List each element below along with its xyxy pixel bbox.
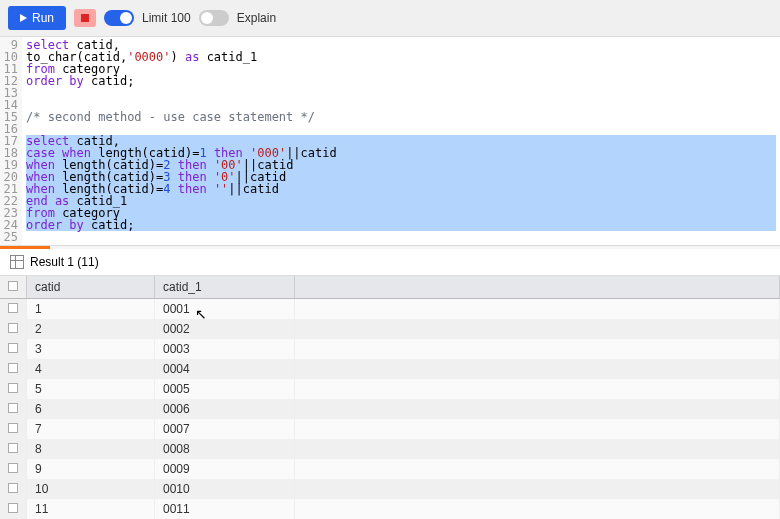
row-checkbox-cell[interactable] (0, 399, 27, 419)
checkbox-icon (8, 403, 18, 413)
row-checkbox-cell[interactable] (0, 319, 27, 339)
cell-catid: 8 (27, 439, 155, 459)
table-row[interactable]: 20002 (0, 319, 780, 339)
code-line[interactable]: from category (26, 63, 776, 75)
table-icon (10, 255, 24, 269)
row-checkbox-cell[interactable] (0, 359, 27, 379)
cell-catid: 2 (27, 319, 155, 339)
cell-empty (295, 299, 780, 320)
cell-empty (295, 459, 780, 479)
cell-empty (295, 399, 780, 419)
table-row[interactable]: 110011 (0, 499, 780, 519)
cell-catid: 9 (27, 459, 155, 479)
row-checkbox-cell[interactable] (0, 419, 27, 439)
cell-catid: 7 (27, 419, 155, 439)
code-line[interactable]: when length(catid)=4 then ''||catid (26, 183, 776, 195)
cell-catid1: 0004 (155, 359, 295, 379)
cell-empty (295, 319, 780, 339)
cell-catid1: 0008 (155, 439, 295, 459)
code-line[interactable]: end as catid_1 (26, 195, 776, 207)
code-line[interactable] (26, 231, 776, 243)
table-header-row: catid catid_1 (0, 276, 780, 299)
checkbox-icon (8, 303, 18, 313)
checkbox-icon (8, 463, 18, 473)
cell-catid1: 0001 (155, 299, 295, 320)
code-line[interactable] (26, 123, 776, 135)
cell-catid: 5 (27, 379, 155, 399)
row-checkbox-cell[interactable] (0, 459, 27, 479)
cell-catid1: 0002 (155, 319, 295, 339)
cell-catid1: 0006 (155, 399, 295, 419)
code-line[interactable] (26, 87, 776, 99)
run-label: Run (32, 11, 54, 25)
table-row[interactable]: 60006 (0, 399, 780, 419)
limit-toggle[interactable] (104, 10, 134, 26)
row-checkbox-cell[interactable] (0, 439, 27, 459)
cell-catid1: 0010 (155, 479, 295, 499)
table-row[interactable]: 40004 (0, 359, 780, 379)
column-header[interactable]: catid (27, 276, 155, 299)
code-line[interactable]: to_char(catid,'0000') as catid_1 (26, 51, 776, 63)
checkbox-icon (8, 443, 18, 453)
row-checkbox-cell[interactable] (0, 499, 27, 519)
checkbox-icon (8, 483, 18, 493)
cell-empty (295, 339, 780, 359)
row-checkbox-cell[interactable] (0, 299, 27, 320)
checkbox-icon (8, 343, 18, 353)
table-row[interactable]: 70007 (0, 419, 780, 439)
cell-empty (295, 479, 780, 499)
result-tab-label: Result 1 (11) (30, 255, 99, 269)
cell-catid1: 0003 (155, 339, 295, 359)
row-checkbox-cell[interactable] (0, 479, 27, 499)
table-row[interactable]: 100010 (0, 479, 780, 499)
line-gutter: 910111213141516171819202122232425 (0, 37, 22, 245)
cell-empty (295, 419, 780, 439)
cell-catid: 4 (27, 359, 155, 379)
checkbox-icon (8, 383, 18, 393)
result-table: catid catid_1 10001200023000340004500056… (0, 276, 780, 519)
row-checkbox-cell[interactable] (0, 339, 27, 359)
cell-catid1: 0009 (155, 459, 295, 479)
cell-catid: 3 (27, 339, 155, 359)
code-line[interactable]: from category (26, 207, 776, 219)
cell-empty (295, 499, 780, 519)
cell-catid: 10 (27, 479, 155, 499)
cell-empty (295, 379, 780, 399)
table-row[interactable]: 30003 (0, 339, 780, 359)
sql-editor[interactable]: 910111213141516171819202122232425 select… (0, 37, 780, 246)
cell-empty (295, 439, 780, 459)
cell-catid: 1 (27, 299, 155, 320)
explain-toggle[interactable] (199, 10, 229, 26)
play-icon (20, 14, 27, 22)
checkbox-icon (8, 281, 18, 291)
line-number: 25 (0, 231, 18, 243)
cell-catid: 11 (27, 499, 155, 519)
checkbox-icon (8, 423, 18, 433)
code-line[interactable]: /* second method - use case statement */ (26, 111, 776, 123)
row-checkbox-cell[interactable] (0, 379, 27, 399)
cell-empty (295, 359, 780, 379)
table-row[interactable]: 10001 (0, 299, 780, 320)
cell-catid: 6 (27, 399, 155, 419)
cell-catid1: 0007 (155, 419, 295, 439)
cell-catid1: 0011 (155, 499, 295, 519)
stop-icon (81, 14, 89, 22)
checkbox-icon (8, 323, 18, 333)
select-all-header[interactable] (0, 276, 27, 299)
stop-button[interactable] (74, 9, 96, 27)
column-header[interactable]: catid_1 (155, 276, 295, 299)
explain-label: Explain (237, 11, 276, 25)
run-button[interactable]: Run (8, 6, 66, 30)
table-row[interactable]: 90009 (0, 459, 780, 479)
code-area[interactable]: select catid,to_char(catid,'0000') as ca… (22, 37, 780, 245)
table-row[interactable]: 50005 (0, 379, 780, 399)
code-line[interactable]: order by catid; (26, 219, 776, 231)
toolbar: Run Limit 100 Explain (0, 0, 780, 37)
table-row[interactable]: 80008 (0, 439, 780, 459)
checkbox-icon (8, 363, 18, 373)
checkbox-icon (8, 503, 18, 513)
cell-catid1: 0005 (155, 379, 295, 399)
result-tab[interactable]: Result 1 (11) (0, 249, 780, 276)
code-line[interactable]: order by catid; (26, 75, 776, 87)
column-header-empty (295, 276, 780, 299)
